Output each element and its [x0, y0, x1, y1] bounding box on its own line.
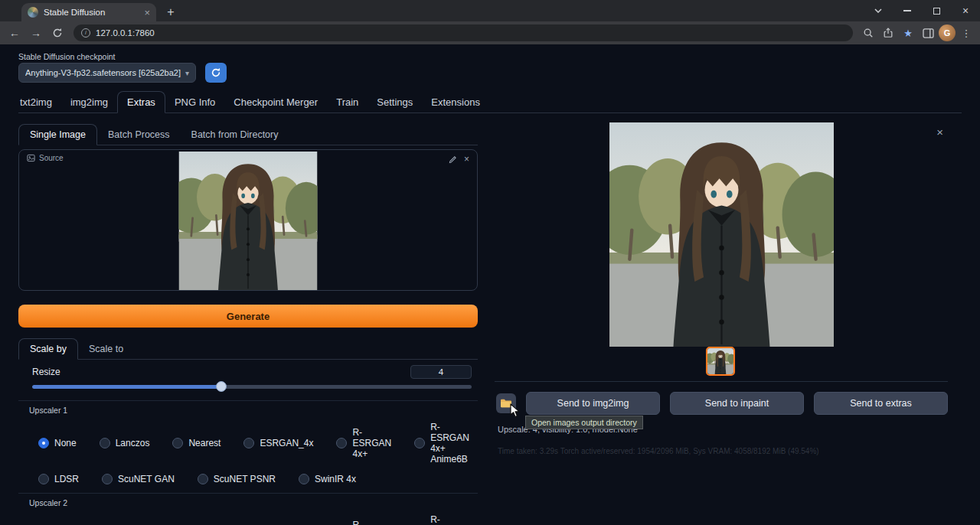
subtab-scale-by[interactable]: Scale by	[18, 338, 78, 360]
source-image-dropzone[interactable]: Source ×	[18, 149, 478, 291]
edit-pencil-icon[interactable]	[449, 155, 457, 164]
divider	[495, 381, 948, 382]
scale-tab-bar: Scale by Scale to	[18, 339, 478, 360]
performance-text: Time taken: 3.29s Torch active/reserved:…	[498, 447, 819, 455]
resize-slider-fill	[32, 385, 221, 389]
upscaler1-options-row1: None Lanczos Nearest ESRGAN_4x R-ESRGAN …	[18, 422, 478, 465]
radio-icon	[172, 438, 183, 448]
subtab-batch-from-directory[interactable]: Batch from Directory	[181, 125, 289, 145]
radio-icon	[102, 474, 113, 484]
radio-icon	[38, 474, 49, 484]
upscaler1-options-row2: LDSR ScuNET GAN ScuNET PSNR SwinIR 4x	[18, 474, 478, 484]
resize-label: Resize	[32, 367, 60, 377]
new-tab-button[interactable]: +	[161, 3, 181, 21]
forward-button[interactable]: →	[26, 23, 46, 43]
tab-extensions[interactable]: Extensions	[422, 92, 489, 112]
main-tab-bar: txt2img img2img Extras PNG Info Checkpoi…	[18, 90, 962, 113]
tab-checkpoint-merger[interactable]: Checkpoint Merger	[224, 92, 327, 112]
source-header: Source	[27, 154, 64, 162]
result-image[interactable]	[609, 122, 835, 347]
bookmark-star-icon[interactable]: ★	[899, 24, 917, 42]
browser-tab-strip: Stable Diffusion × + ×	[0, 0, 980, 21]
subtab-batch-process[interactable]: Batch Process	[97, 125, 181, 145]
reload-button[interactable]	[47, 23, 67, 43]
upscaler1-option-scunet-gan[interactable]: ScuNET GAN	[102, 474, 175, 484]
zoom-icon[interactable]	[859, 24, 877, 42]
profile-avatar[interactable]: G	[939, 24, 956, 41]
send-to-img2img-button[interactable]: Send to img2img	[526, 392, 660, 415]
open-output-folder-button[interactable]	[496, 393, 516, 413]
tab-png-info[interactable]: PNG Info	[165, 92, 224, 112]
window-controls: ×	[864, 0, 980, 21]
upscaler1-option-esrgan-4x[interactable]: ESRGAN_4x	[243, 438, 313, 448]
address-bar[interactable]: i 127.0.0.1:7860	[74, 24, 853, 41]
refresh-checkpoint-button[interactable]	[205, 63, 227, 83]
resize-row: Resize 4	[32, 365, 472, 379]
upscaler2-option-r-esrgan-anime6b[interactable]: R-ESRGAN 4x+ Anime6B	[414, 514, 478, 525]
divider	[18, 493, 478, 494]
upscaler2-option-r-esrgan-4x[interactable]: R-ESRGAN 4x+	[336, 520, 391, 525]
tooltip: Open images output directory	[525, 416, 643, 429]
checkpoint-value: Anything-V3-fp32.safetensors [625a2ba2]	[25, 68, 181, 77]
radio-icon	[414, 438, 425, 448]
upscaler1-option-r-esrgan-anime6b[interactable]: R-ESRGAN 4x+ Anime6B	[414, 422, 478, 465]
folder-icon	[500, 398, 512, 409]
extras-output-panel: × Send to img2img Send to inpaint Send t…	[495, 113, 948, 525]
send-to-extras-button[interactable]: Send to extras	[814, 392, 948, 415]
tab-train[interactable]: Train	[327, 92, 368, 112]
close-window-button[interactable]: ×	[951, 0, 980, 21]
tab-close-icon[interactable]: ×	[144, 8, 150, 18]
radio-selected-icon	[38, 438, 49, 448]
url-text: 127.0.0.1:7860	[96, 28, 155, 38]
tab-search-chevron-icon[interactable]	[864, 0, 893, 21]
upscaler1-option-r-esrgan-4x[interactable]: R-ESRGAN 4x+	[336, 427, 391, 459]
browser-tab[interactable]: Stable Diffusion ×	[21, 3, 156, 21]
tab-txt2img[interactable]: txt2img	[18, 92, 61, 112]
generate-button[interactable]: Generate	[18, 305, 478, 328]
extras-subtab-bar: Single Image Batch Process Batch from Di…	[18, 122, 478, 145]
resize-number-input[interactable]: 4	[410, 365, 472, 379]
maximize-button[interactable]	[922, 0, 951, 21]
tab-extras[interactable]: Extras	[117, 91, 165, 113]
send-to-inpaint-button[interactable]: Send to inpaint	[670, 392, 804, 415]
source-label: Source	[39, 154, 64, 162]
radio-icon	[198, 474, 208, 484]
resize-slider[interactable]	[32, 381, 472, 392]
checkpoint-label: Stable Diffusion checkpoint	[18, 52, 115, 61]
tab-settings[interactable]: Settings	[368, 92, 422, 112]
radio-icon	[299, 474, 309, 484]
tab-img2img[interactable]: img2img	[61, 92, 117, 112]
site-favicon-icon	[28, 7, 38, 18]
upscaler1-option-none[interactable]: None	[38, 438, 77, 448]
chevron-down-icon: ▾	[185, 69, 189, 77]
divider	[18, 400, 478, 401]
close-result-icon[interactable]: ×	[936, 126, 943, 139]
upscaler2-label: Upscaler 2	[18, 498, 478, 507]
browser-window: Stable Diffusion × + × ← → i 127.0.0.1:7…	[0, 0, 980, 525]
back-button[interactable]: ←	[5, 23, 24, 43]
site-info-icon[interactable]: i	[81, 28, 90, 38]
minimize-button[interactable]	[893, 0, 922, 21]
source-tools: ×	[449, 154, 469, 165]
resize-slider-handle[interactable]	[216, 381, 227, 392]
tab-title: Stable Diffusion	[44, 8, 139, 17]
upscaler2-options-row1: None Lanczos Nearest ESRGAN_4x R-ESRGAN …	[18, 514, 478, 525]
checkpoint-dropdown[interactable]: Anything-V3-fp32.safetensors [625a2ba2] …	[18, 63, 196, 83]
browser-toolbar: ← → i 127.0.0.1:7860 ★ G ⋮	[0, 21, 980, 44]
side-panel-icon[interactable]	[919, 24, 937, 42]
resize-slider-track[interactable]	[32, 385, 472, 389]
share-icon[interactable]	[879, 24, 897, 42]
upscaler1-option-ldsr[interactable]: LDSR	[38, 474, 79, 484]
browser-menu-icon[interactable]: ⋮	[957, 24, 975, 42]
radio-icon	[100, 438, 110, 448]
upscaler1-option-nearest[interactable]: Nearest	[172, 438, 220, 448]
upscaler1-option-scunet-psnr[interactable]: ScuNET PSNR	[198, 474, 276, 484]
output-actions: Send to img2img Send to inpaint Send to …	[496, 392, 948, 415]
result-thumbnail[interactable]	[706, 347, 735, 376]
clear-source-icon[interactable]: ×	[464, 154, 469, 165]
upscaler1-option-lanczos[interactable]: Lanczos	[100, 438, 150, 448]
subtab-single-image[interactable]: Single Image	[18, 124, 97, 145]
upscaler1-label: Upscaler 1	[18, 406, 478, 415]
upscaler1-option-swinir-4x[interactable]: SwinIR 4x	[299, 474, 356, 484]
subtab-scale-to[interactable]: Scale to	[78, 339, 134, 359]
